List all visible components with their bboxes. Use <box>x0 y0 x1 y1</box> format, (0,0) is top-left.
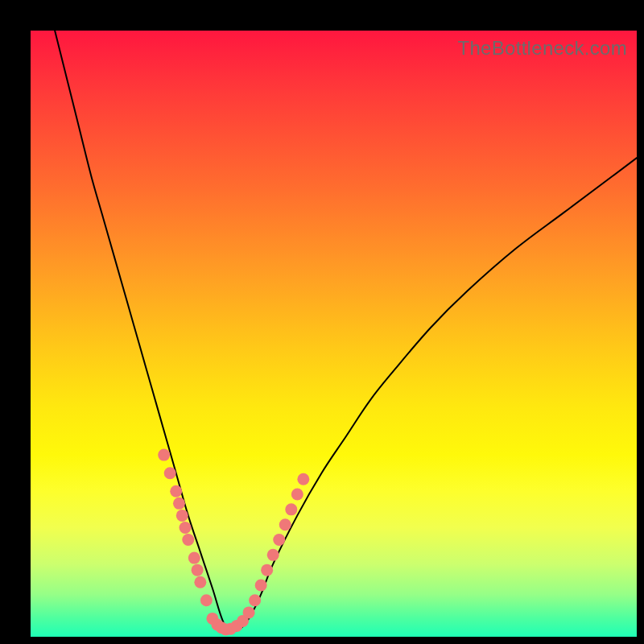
highlight-dot <box>200 594 213 606</box>
highlight-dot <box>261 564 273 576</box>
highlight-dot <box>173 497 185 510</box>
highlight-dot <box>194 576 206 588</box>
highlight-dot <box>267 549 279 561</box>
highlight-dot <box>176 510 188 522</box>
plot-area: TheBottleneck.com <box>31 31 637 637</box>
highlight-dot <box>297 473 309 485</box>
highlight-dot <box>243 606 255 618</box>
highlight-dot <box>170 485 182 497</box>
highlight-dot <box>180 522 192 534</box>
curve-path <box>55 31 637 631</box>
highlight-dot <box>249 594 261 606</box>
highlight-dot <box>285 503 297 515</box>
highlight-dots <box>158 449 309 636</box>
chart-svg <box>31 31 637 637</box>
highlight-dot <box>291 489 303 501</box>
highlight-dot <box>188 552 200 564</box>
highlight-dot <box>255 580 267 592</box>
highlight-dot <box>182 534 194 546</box>
highlight-dot <box>279 518 291 530</box>
highlight-dot <box>158 449 170 461</box>
highlight-dot <box>273 534 285 546</box>
chart-frame: TheBottleneck.com <box>0 0 644 644</box>
highlight-dot <box>164 467 176 479</box>
bottleneck-curve <box>55 31 637 631</box>
highlight-dot <box>192 564 204 576</box>
